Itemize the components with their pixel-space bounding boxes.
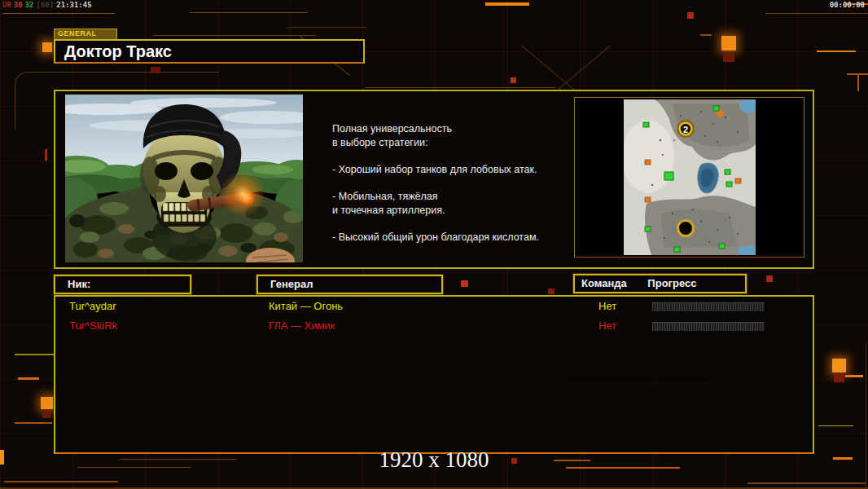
description-paragraph: Полная универсальность в выборе стратеги… — [332, 122, 576, 150]
deco-line — [817, 51, 856, 52]
description-paragraph: - Хороший набор танков для лобовых атак. — [332, 163, 576, 177]
deco-line — [190, 12, 308, 13]
deco-line — [700, 34, 712, 36]
general-description: Полная универсальность в выборе стратеги… — [332, 122, 576, 258]
header-team-label: Команда — [581, 277, 627, 289]
minimap-container: 2 — [574, 97, 804, 258]
deco-glow-square — [721, 36, 736, 51]
header-general: Генерал — [256, 275, 443, 294]
deco-glow-square — [832, 359, 846, 372]
deco-square — [687, 12, 694, 19]
player-row: Tur^SkiRk ГЛА — Химик Нет — [55, 319, 813, 337]
deco-line — [4, 481, 118, 482]
deco-line — [15, 422, 52, 424]
deco-line — [485, 2, 529, 6]
deco-line — [287, 27, 366, 28]
start-position-number: 2 — [682, 125, 687, 134]
header-nick-label: Ник: — [68, 278, 90, 290]
deco-square — [45, 149, 47, 161]
portrait-image — [65, 95, 303, 262]
deco-line — [845, 375, 863, 377]
player-general: Китай — Огонь — [269, 300, 343, 312]
minimap-image: 2 — [624, 99, 756, 255]
player-nick: Tur^SkiRk — [69, 319, 117, 332]
general-portrait — [65, 95, 303, 262]
deco-square — [548, 289, 555, 294]
description-paragraph: - Мобильная, тяжёлая и точечная артиллер… — [332, 190, 576, 218]
header-progress-label: Прогресс — [647, 277, 696, 289]
overlay-clock: 21:31:45 — [56, 1, 91, 9]
deco-line — [365, 87, 556, 88]
deco-square — [461, 280, 468, 287]
deco-square — [766, 275, 773, 282]
deco-line — [857, 73, 859, 91]
fps-overlay-label: UR — [2, 1, 11, 9]
general-info-panel: Полная универсальность в выборе стратеги… — [54, 90, 814, 269]
fps-value-2: 32 — [25, 1, 34, 9]
player-general: ГЛА — Химик — [269, 319, 335, 332]
deco-line — [765, 13, 868, 14]
player-row: Tur^aydar Китай — Огонь Нет — [55, 300, 813, 318]
header-general-label: Генерал — [270, 278, 313, 290]
start-position-marker — [677, 221, 693, 236]
deco-line — [15, 354, 54, 355]
deco-square — [511, 77, 516, 83]
tab-general[interactable]: GENERAL — [54, 29, 117, 40]
fps-value: 30 — [14, 1, 23, 9]
deco-square — [151, 67, 160, 73]
player-nick: Tur^aydar — [69, 300, 116, 312]
description-paragraph: - Высокий общий урон благодаря кислотам. — [332, 231, 576, 244]
deco-line — [2, 13, 115, 14]
match-timer: 00:00:00 — [830, 1, 865, 9]
player-team: Нет — [598, 319, 616, 332]
deco-glow-square — [42, 42, 52, 52]
fps-overlay: UR3032[60]21:31:45 — [2, 1, 94, 9]
game-lobby-screen: UR3032[60]21:31:45 00:00:00 GENERAL Докт… — [0, 0, 868, 489]
deco-square — [723, 54, 734, 62]
player-team: Нет — [598, 300, 616, 312]
player-progress-bar — [651, 302, 765, 312]
player-list-panel: Tur^aydar Китай — Огонь Нет Tur^SkiRk ГЛ… — [54, 295, 814, 454]
resolution-caption: 1920 x 1080 — [0, 447, 868, 473]
header-nick: Ник: — [54, 275, 191, 294]
header-team-progress: Команда Прогресс — [573, 274, 747, 293]
deco-line — [18, 377, 39, 380]
deco-square — [42, 411, 51, 418]
deco-line — [818, 425, 853, 426]
deco-line — [747, 482, 866, 484]
deco-square — [834, 374, 844, 382]
player-progress-bar — [651, 321, 765, 332]
fps-cap: [60] — [37, 1, 55, 9]
deco-line — [153, 35, 316, 36]
deco-glow-square — [41, 397, 53, 409]
general-name-title: Доктор Тракс — [54, 39, 365, 64]
